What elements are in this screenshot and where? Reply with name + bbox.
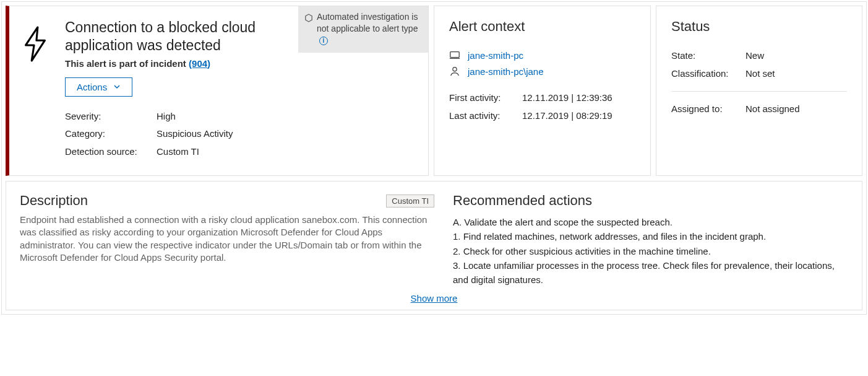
user-link[interactable]: jane-smith-pc\jane	[468, 66, 544, 77]
detection-label: Detection source:	[65, 143, 157, 161]
status-kv: State: New Classification: Not set Assig…	[671, 47, 847, 118]
incident-link[interactable]: (904)	[189, 58, 210, 69]
device-icon	[449, 50, 460, 61]
description-tag: Custom TI	[386, 195, 434, 208]
detection-value: Custom TI	[157, 143, 199, 161]
severity-value: High	[157, 108, 176, 126]
status-divider	[671, 91, 847, 92]
severity-row: Severity: High	[65, 108, 413, 126]
category-value: Suspicious Activity	[157, 125, 233, 143]
user-icon	[449, 66, 460, 77]
info-icon[interactable]: i	[319, 37, 328, 45]
investigation-banner: Automated investigation is not applicabl…	[298, 6, 428, 53]
classification-label: Classification:	[671, 65, 746, 83]
state-label: State:	[671, 47, 746, 65]
recommended-body: A. Validate the alert and scope the susp…	[453, 215, 848, 287]
last-activity-label: Last activity:	[449, 107, 522, 125]
bottom-columns: Description Custom TI Endpoint had estab…	[20, 193, 848, 287]
state-value: New	[746, 47, 764, 65]
device-row: jane-smith-pc	[449, 50, 635, 61]
alert-title: Connection to a blocked cloud applicatio…	[65, 19, 269, 55]
description-title: Description	[20, 193, 88, 209]
incident-subtitle: This alert is part of incident (904)	[65, 58, 413, 69]
rec-line-a: A. Validate the alert and scope the susp…	[453, 215, 848, 229]
alert-summary-card: Connection to a blocked cloud applicatio…	[6, 6, 429, 176]
first-activity-row: First activity: 12.11.2019 | 12:39:36	[449, 89, 635, 107]
description-header: Description Custom TI	[20, 193, 434, 209]
last-activity-row: Last activity: 12.17.2019 | 08:29:19	[449, 107, 635, 125]
classification-row: Classification: Not set	[671, 65, 847, 83]
assigned-label: Assigned to:	[671, 100, 746, 118]
classification-value: Not set	[746, 65, 775, 83]
top-row: Connection to a blocked cloud applicatio…	[6, 6, 862, 176]
status-title: Status	[671, 19, 847, 35]
alert-page: Connection to a blocked cloud applicatio…	[1, 1, 867, 315]
summary-kv: Severity: High Category: Suspicious Acti…	[65, 108, 413, 161]
investigation-banner-text: Automated investigation is not applicabl…	[317, 12, 418, 33]
recommended-title: Recommended actions	[453, 193, 848, 209]
assigned-value: Not assigned	[746, 100, 800, 118]
severity-label: Severity:	[65, 108, 157, 126]
device-link[interactable]: jane-smith-pc	[468, 50, 523, 61]
alert-context-card: Alert context jane-smith-pc jane-smith-p…	[434, 6, 651, 176]
rec-line-3: 3. Locate unfamiliar processes in the pr…	[453, 258, 848, 287]
alert-context-title: Alert context	[449, 19, 635, 35]
show-more-link[interactable]: Show more	[411, 293, 458, 304]
assigned-row: Assigned to: Not assigned	[671, 100, 847, 118]
detection-row: Detection source: Custom TI	[65, 143, 413, 161]
svg-marker-1	[306, 14, 312, 22]
actions-button[interactable]: Actions	[65, 77, 132, 97]
last-activity-value: 12.17.2019 | 08:29:19	[522, 107, 612, 125]
first-activity-label: First activity:	[449, 89, 522, 107]
context-links: jane-smith-pc jane-smith-pc\jane	[449, 50, 635, 77]
state-row: State: New	[671, 47, 847, 65]
status-card: Status State: New Classification: Not se…	[656, 6, 862, 176]
recommended-column: Recommended actions A. Validate the aler…	[453, 193, 848, 287]
category-label: Category:	[65, 125, 157, 143]
investigation-banner-text-wrap: Automated investigation is not applicabl…	[317, 11, 422, 46]
rec-line-2: 2. Check for other suspicious activities…	[453, 244, 848, 258]
description-body: Endpoint had established a connection wi…	[20, 214, 434, 264]
incident-subtitle-text: This alert is part of incident	[65, 58, 189, 69]
alert-icon-container	[20, 19, 65, 160]
actions-button-label: Actions	[77, 82, 107, 92]
svg-rect-2	[450, 52, 459, 58]
lightning-bolt-icon	[20, 26, 50, 62]
svg-point-4	[453, 68, 457, 71]
hexagon-icon	[304, 14, 313, 22]
svg-marker-0	[26, 27, 45, 61]
rec-line-1: 1. Find related machines, network addres…	[453, 229, 848, 243]
first-activity-value: 12.11.2019 | 12:39:36	[522, 89, 612, 107]
show-more-row: Show more	[20, 287, 848, 306]
chevron-down-icon	[113, 83, 121, 90]
description-column: Description Custom TI Endpoint had estab…	[20, 193, 434, 287]
category-row: Category: Suspicious Activity	[65, 125, 413, 143]
activity-kv: First activity: 12.11.2019 | 12:39:36 La…	[449, 89, 635, 125]
description-card: Description Custom TI Endpoint had estab…	[6, 181, 862, 310]
user-row: jane-smith-pc\jane	[449, 66, 635, 77]
